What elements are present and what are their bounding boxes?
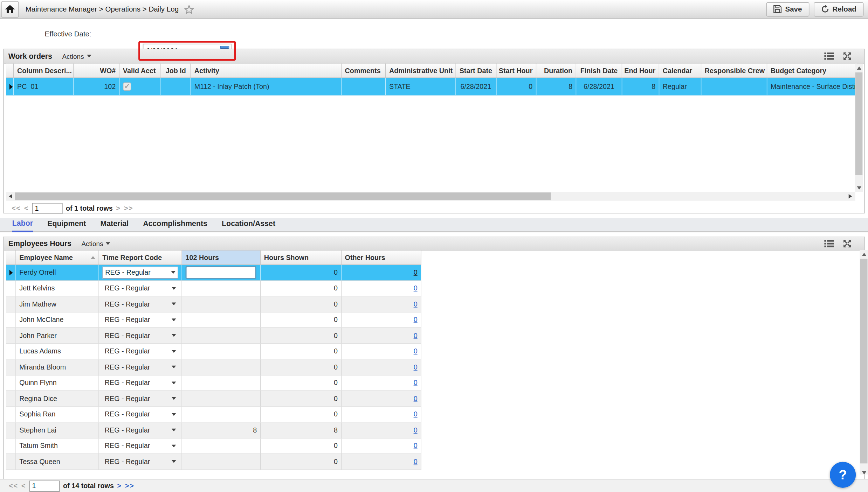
- time-report-code-select[interactable]: REG - Regular: [102, 314, 178, 326]
- employee-row[interactable]: John ParkerREG - Regular00: [6, 328, 421, 344]
- tab-material[interactable]: Material: [100, 219, 129, 231]
- wo-column-header[interactable]: Duration: [536, 64, 576, 78]
- other-hours-link[interactable]: 0: [414, 442, 418, 450]
- time-report-code-select[interactable]: REG - Regular: [102, 345, 178, 358]
- reload-button[interactable]: Reload: [814, 2, 864, 16]
- page-number-input[interactable]: [32, 203, 63, 214]
- wo-column-header[interactable]: Comments: [342, 64, 386, 78]
- tab-accomplishments[interactable]: Accomplishments: [143, 219, 207, 231]
- other-hours-link[interactable]: 0: [414, 284, 418, 292]
- work-orders-vscrollbar[interactable]: [855, 64, 863, 192]
- next-page-button[interactable]: >: [116, 205, 120, 212]
- time-report-code-select[interactable]: REG - Regular: [102, 377, 178, 389]
- wo-column-header[interactable]: Job Id: [161, 64, 191, 78]
- last-page-button[interactable]: >>: [124, 205, 133, 212]
- scroll-thumb[interactable]: [860, 259, 868, 464]
- emp-marker-column-header[interactable]: [6, 251, 16, 265]
- employee-row[interactable]: Ferdy OrrellREG - Regular00: [6, 265, 421, 281]
- maximize-button[interactable]: [842, 239, 852, 248]
- emp-column-header[interactable]: Employee Name: [16, 251, 99, 265]
- time-report-code-select[interactable]: REG - Regular: [102, 282, 178, 294]
- employee-row[interactable]: Tessa QueenREG - Regular00: [6, 454, 421, 470]
- maximize-button[interactable]: [842, 51, 852, 61]
- employee-row[interactable]: Lucas AdamsREG - Regular00: [6, 344, 421, 359]
- other-hours-link[interactable]: 0: [414, 332, 418, 339]
- emp-column-header[interactable]: Hours Shown: [261, 251, 342, 265]
- time-report-code-select[interactable]: REG - Regular: [102, 440, 178, 452]
- wo-marker-column-header[interactable]: [6, 64, 14, 78]
- tab-equipment[interactable]: Equipment: [47, 219, 86, 231]
- other-hours-link[interactable]: 0: [414, 426, 418, 434]
- favorite-star-icon[interactable]: [184, 5, 194, 13]
- work-orders-hscrollbar[interactable]: [6, 192, 855, 201]
- time-report-code-select[interactable]: REG - Regular: [102, 330, 178, 342]
- scroll-up-button[interactable]: [855, 64, 863, 72]
- time-report-code-select[interactable]: REG - Regular: [102, 408, 178, 421]
- wo-column-header[interactable]: Budget Category: [767, 64, 857, 78]
- wo-column-header[interactable]: End Hour: [622, 64, 659, 78]
- other-hours-link[interactable]: 0: [414, 363, 418, 371]
- emp-column-header[interactable]: Time Report Code: [99, 251, 182, 265]
- last-page-button[interactable]: >>: [125, 482, 134, 490]
- save-button[interactable]: Save: [766, 2, 809, 16]
- first-page-button[interactable]: <<: [9, 482, 18, 490]
- help-button[interactable]: ?: [830, 462, 856, 488]
- work-order-row[interactable]: PC 01102✓M112 - Inlay Patch (Ton)STATE6/…: [6, 78, 857, 96]
- other-hours-link[interactable]: 0: [414, 458, 418, 465]
- other-hours-link[interactable]: 0: [414, 395, 418, 402]
- wo-column-header[interactable]: Activity: [191, 64, 342, 78]
- home-button[interactable]: [1, 1, 19, 17]
- employee-row[interactable]: Jim MathewREG - Regular00: [6, 296, 421, 312]
- first-page-button[interactable]: <<: [12, 205, 21, 212]
- employees-hours-actions-button[interactable]: Actions: [81, 240, 110, 247]
- employee-row[interactable]: Jett KelvinsREG - Regular00: [6, 281, 421, 296]
- scroll-up-button[interactable]: [860, 250, 868, 258]
- employee-row[interactable]: John McClaneREG - Regular00: [6, 312, 421, 328]
- employee-row[interactable]: Quinn FlynnREG - Regular00: [6, 375, 421, 391]
- work-orders-actions-button[interactable]: Actions: [62, 52, 91, 60]
- scroll-thumb[interactable]: [15, 192, 551, 200]
- scroll-down-button[interactable]: [855, 184, 863, 192]
- other-hours-link[interactable]: 0: [414, 379, 418, 387]
- emp-column-header[interactable]: Other Hours: [342, 251, 421, 265]
- time-report-code-select[interactable]: REG - Regular: [102, 361, 178, 373]
- wo-column-header[interactable]: Start Hour: [497, 64, 537, 78]
- other-hours-link[interactable]: 0: [414, 347, 418, 355]
- scroll-down-button[interactable]: [860, 471, 868, 475]
- time-report-code-select[interactable]: REG - Regular: [102, 298, 178, 310]
- grid-menu-button[interactable]: [824, 239, 834, 248]
- time-report-code-select[interactable]: REG - Regular: [102, 393, 178, 405]
- scroll-left-button[interactable]: [6, 194, 14, 199]
- wo-column-header[interactable]: WO#: [74, 64, 119, 78]
- wo-column-header[interactable]: Column Descri...: [14, 64, 74, 78]
- employee-row[interactable]: Stephen LaiREG - Regular880: [6, 422, 421, 438]
- wo-column-header[interactable]: Responsible Crew: [701, 64, 767, 78]
- employee-row[interactable]: Sophia RanREG - Regular00: [6, 407, 421, 422]
- time-report-code-select[interactable]: REG - Regular: [102, 456, 178, 468]
- wo-column-header[interactable]: Calendar: [659, 64, 701, 78]
- wo-column-header[interactable]: Start Date: [456, 64, 497, 78]
- prev-page-button[interactable]: <: [24, 205, 29, 212]
- time-report-code-select[interactable]: REG - Regular: [102, 424, 178, 436]
- hours-102-input[interactable]: [185, 266, 256, 279]
- other-hours-link[interactable]: 0: [414, 410, 418, 418]
- scroll-thumb[interactable]: [855, 72, 863, 175]
- valid-acct-checkbox[interactable]: ✓: [123, 82, 131, 91]
- employee-row[interactable]: Tatum SmithREG - Regular00: [6, 438, 421, 454]
- tab-location-asset[interactable]: Location/Asset: [222, 219, 275, 231]
- wo-column-header[interactable]: Administrative Unit: [386, 64, 456, 78]
- time-report-code-select[interactable]: REG - Regular: [102, 266, 178, 279]
- other-hours-link[interactable]: 0: [414, 300, 418, 308]
- tab-labor[interactable]: Labor: [12, 219, 33, 232]
- grid-menu-button[interactable]: [824, 51, 834, 61]
- employee-row[interactable]: Regina DiceREG - Regular00: [6, 391, 421, 407]
- employee-row[interactable]: Miranda BloomREG - Regular00: [6, 359, 421, 375]
- emp-column-header[interactable]: 102 Hours: [182, 251, 261, 265]
- wo-column-header[interactable]: Finish Date: [576, 64, 622, 78]
- scroll-right-button[interactable]: [846, 194, 854, 199]
- other-hours-link[interactable]: 0: [414, 269, 418, 276]
- prev-page-button[interactable]: <: [21, 482, 26, 490]
- wo-column-header[interactable]: Valid Acct: [119, 64, 161, 78]
- next-page-button[interactable]: >: [117, 482, 122, 490]
- employees-vscrollbar[interactable]: [860, 250, 868, 475]
